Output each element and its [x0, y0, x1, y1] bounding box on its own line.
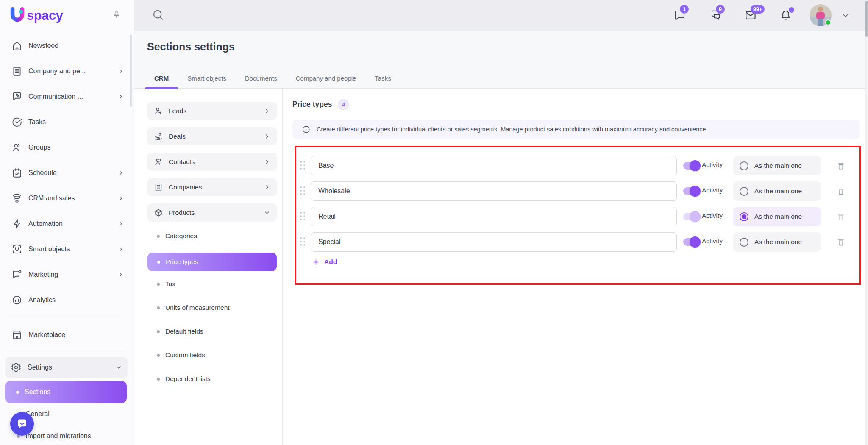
price-type-row: Activity As the main one — [296, 156, 859, 175]
price-types-panel: Price types 4 Create different price typ… — [283, 89, 868, 445]
tab-crm[interactable]: CRM — [145, 75, 178, 88]
subnav-item-tax[interactable]: Tax — [147, 277, 282, 291]
sidebar-item-company-and-people[interactable]: Company and pe... — [6, 58, 130, 84]
subnav-item-custom-fields[interactable]: Custom fields — [147, 348, 282, 362]
sidebar-item-label: Company and pe... — [28, 67, 111, 75]
price-type-name-input[interactable] — [311, 207, 677, 226]
sidebar-item-settings[interactable]: Settings — [5, 357, 128, 378]
chevron-right-icon — [117, 220, 124, 227]
bell-icon[interactable] — [779, 9, 792, 22]
funnel-layers-icon — [11, 193, 22, 204]
online-status-dot — [825, 19, 831, 25]
sidebar-item-label: Sections — [25, 388, 50, 396]
subnav-item-products[interactable]: Products — [147, 203, 277, 222]
messenger-badge: 1 — [680, 5, 689, 14]
delete-icon[interactable] — [836, 161, 846, 170]
main-radio-option[interactable]: As the main one — [733, 181, 821, 201]
sidebar-item-sections-active[interactable]: Sections — [5, 381, 127, 403]
chevron-down-icon[interactable] — [841, 11, 850, 20]
bullet-icon — [157, 330, 160, 333]
bullet-icon — [16, 391, 19, 394]
main-radio-label: As the main one — [754, 187, 802, 195]
activity-label: Activity — [702, 212, 723, 220]
sidebar-item-smart-objects[interactable]: Smart objects — [6, 236, 130, 262]
bullet-icon — [157, 235, 160, 238]
group-chats-icon[interactable]: 9 — [709, 9, 722, 22]
delete-icon[interactable] — [836, 186, 846, 196]
subnav-item-label: Default fields — [165, 328, 203, 335]
storefront-icon — [11, 329, 22, 340]
price-type-name-input[interactable] — [311, 232, 677, 252]
sidebar-item-tasks[interactable]: Tasks — [6, 109, 130, 135]
pin-sidebar-icon[interactable] — [112, 11, 121, 20]
subnav-item-price-types-active[interactable]: Price types — [147, 253, 277, 271]
support-chat-button[interactable] — [10, 412, 34, 436]
info-banner-text: Create different price types for individ… — [317, 126, 708, 133]
gear-icon — [11, 362, 22, 373]
bullet-icon — [157, 306, 160, 309]
chevron-right-icon — [264, 108, 270, 114]
sidebar-item-schedule[interactable]: Schedule — [6, 160, 130, 186]
drag-handle-icon[interactable] — [300, 161, 305, 170]
sidebar-item-communication[interactable]: Communication ... — [6, 84, 130, 109]
sidebar-item-label: Import and migrations — [25, 432, 91, 440]
sidebar-item-label: Tasks — [28, 118, 124, 126]
tab-documents[interactable]: Documents — [236, 75, 287, 88]
sidebar-scrollbar[interactable] — [130, 35, 132, 107]
radio-icon — [740, 238, 748, 247]
search-icon[interactable] — [151, 8, 165, 22]
sidebar-item-label: CRM and sales — [28, 195, 111, 202]
drag-handle-icon[interactable] — [300, 237, 305, 246]
messenger-icon[interactable]: 1 — [673, 9, 686, 22]
uspacy-logo[interactable]: spacy — [8, 6, 63, 24]
activity-label: Activity — [702, 186, 723, 194]
sidebar-item-analytics[interactable]: Analytics — [6, 287, 130, 313]
subnav-item-label: Companies — [169, 184, 258, 191]
activity-toggle[interactable] — [683, 213, 699, 220]
add-price-type-button[interactable]: Add — [312, 258, 337, 266]
sidebar-item-newsfeed[interactable]: Newsfeed — [6, 33, 130, 58]
home-icon — [11, 40, 22, 51]
subnav-item-contacts[interactable]: Contacts — [147, 153, 277, 171]
subnav-item-categories[interactable]: Categories — [147, 229, 282, 243]
chevron-down-icon — [264, 209, 270, 216]
tab-smart-objects[interactable]: Smart objects — [178, 75, 236, 88]
sidebar-item-marketing[interactable]: Marketing — [6, 262, 130, 287]
calendar-check-icon — [11, 167, 22, 178]
chevron-right-icon — [117, 170, 124, 176]
subnav-item-deals[interactable]: Deals — [147, 127, 277, 145]
subnav-item-companies[interactable]: Companies — [147, 178, 277, 196]
contacts-icon — [154, 157, 163, 167]
sidebar-item-marketplace[interactable]: Marketplace — [6, 322, 130, 348]
tab-tasks[interactable]: Tasks — [365, 75, 400, 88]
main-radio-option-selected[interactable]: As the main one — [733, 207, 821, 226]
mail-icon[interactable]: 99+ — [744, 9, 757, 22]
sidebar-item-automation[interactable]: Automation — [6, 211, 130, 236]
sidebar-item-groups[interactable]: Groups — [6, 135, 130, 160]
page-scrollbar[interactable] — [865, 0, 868, 445]
crm-sections-subnav: Leads Deals Contacts Companies — [134, 89, 283, 445]
lead-person-icon — [154, 106, 163, 116]
drag-handle-icon[interactable] — [300, 212, 305, 220]
activity-toggle[interactable] — [683, 162, 699, 170]
activity-toggle[interactable] — [683, 187, 699, 195]
delete-icon[interactable] — [836, 212, 846, 221]
main-radio-option[interactable]: As the main one — [733, 156, 821, 175]
subnav-item-default-fields[interactable]: Default fields — [147, 324, 282, 339]
main-radio-option[interactable]: As the main one — [733, 232, 821, 252]
activity-toggle[interactable] — [683, 238, 699, 246]
subnav-item-units-of-measurement[interactable]: Units of measurement — [147, 300, 282, 315]
main-column: 1 9 99+ Sections se — [134, 0, 868, 445]
sidebar-item-crm-and-sales[interactable]: CRM and sales — [6, 186, 130, 211]
chevron-down-icon — [115, 364, 122, 371]
scrollbar-thumb[interactable] — [865, 1, 868, 37]
drag-handle-icon[interactable] — [300, 186, 305, 195]
subnav-item-dependent-lists[interactable]: Dependent lists — [147, 372, 282, 386]
price-type-name-input[interactable] — [311, 156, 677, 175]
subnav-item-leads[interactable]: Leads — [147, 102, 277, 120]
bullet-icon — [157, 354, 160, 357]
delete-icon[interactable] — [836, 237, 846, 247]
price-type-name-input[interactable] — [311, 181, 677, 201]
tab-company-and-people[interactable]: Company and people — [287, 75, 366, 88]
topbar: 1 9 99+ — [134, 0, 868, 31]
